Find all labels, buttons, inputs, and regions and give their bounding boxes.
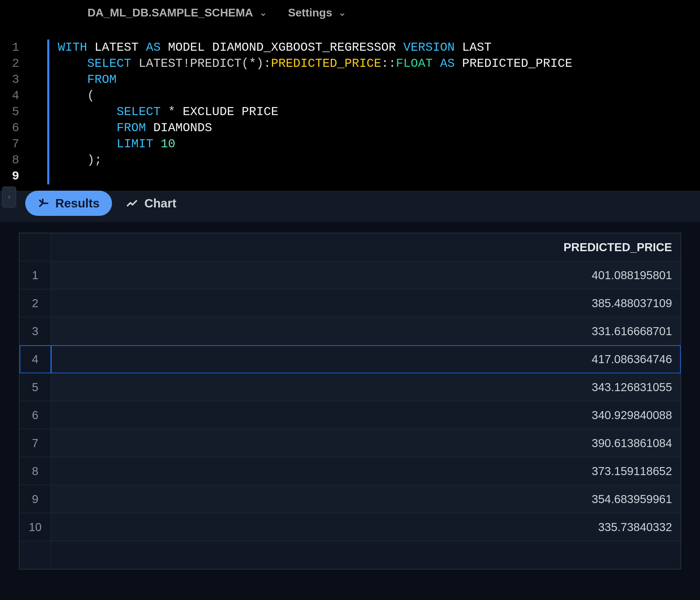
settings-dropdown[interactable]: Settings ⌄ [288, 6, 346, 19]
cell-predicted-price[interactable]: 417.086364746 [51, 345, 681, 373]
line-number: 8 [0, 152, 19, 168]
settings-label: Settings [288, 6, 332, 19]
cell-predicted-price[interactable]: 340.929840088 [51, 401, 681, 429]
chevron-down-icon: ⌄ [259, 7, 267, 18]
schema-context-label: DA_ML_DB.SAMPLE_SCHEMA [88, 6, 253, 19]
code-line[interactable]: SELECT * EXCLUDE PRICE [58, 104, 572, 120]
row-number[interactable]: 2 [20, 289, 51, 317]
table-row[interactable]: 6340.929840088 [20, 401, 681, 429]
table-row[interactable]: 10335.73840332 [20, 513, 681, 541]
code-lines[interactable]: WITH LATEST AS MODEL DIAMOND_XGBOOST_REG… [47, 40, 572, 184]
chart-icon [126, 197, 138, 209]
cell-predicted-price[interactable]: 373.159118652 [51, 457, 681, 485]
chevron-down-icon: ⌄ [338, 7, 346, 18]
line-number: 1 [0, 40, 19, 56]
tab-chart[interactable]: Chart [126, 196, 176, 210]
cell-predicted-price[interactable]: 401.088195801 [51, 261, 681, 289]
line-number: 6 [0, 120, 19, 136]
cell-blank [51, 541, 681, 569]
table-row[interactable]: 1401.088195801 [20, 261, 681, 289]
tab-results-label: Results [55, 196, 99, 210]
cell-predicted-price[interactable]: 385.488037109 [51, 289, 681, 317]
code-line[interactable]: ( [58, 88, 572, 104]
schema-context-dropdown[interactable]: DA_ML_DB.SAMPLE_SCHEMA ⌄ [88, 6, 267, 19]
table-row[interactable]: 9354.683959961 [20, 485, 681, 513]
table-row[interactable]: 3331.616668701 [20, 317, 681, 345]
cell-predicted-price[interactable]: 335.73840332 [51, 513, 681, 541]
tab-results[interactable]: Results [25, 191, 112, 216]
line-number: 2 [0, 56, 19, 72]
line-number: 3 [0, 72, 19, 88]
cell-predicted-price[interactable]: 354.683959961 [51, 485, 681, 513]
line-number: 9 [0, 168, 19, 184]
result-tabs: Results Chart [0, 191, 700, 222]
sql-editor[interactable]: 1 2 3 4 5 6 7 8 9 WITH LATEST AS MODEL D… [0, 26, 700, 191]
code-line[interactable] [58, 168, 572, 184]
expand-panel-handle[interactable]: › [2, 186, 16, 207]
row-number[interactable]: 5 [20, 373, 51, 401]
code-line[interactable]: LIMIT 10 [58, 136, 572, 152]
results-table[interactable]: PREDICTED_PRICE 1401.0881958012385.48803… [19, 233, 681, 569]
line-number: 4 [0, 88, 19, 104]
code-line[interactable]: FROM [58, 72, 572, 88]
code-line[interactable]: FROM DIAMONDS [58, 120, 572, 136]
row-number[interactable]: 6 [20, 401, 51, 429]
chevron-right-icon: › [8, 194, 10, 200]
row-number[interactable]: 10 [20, 513, 51, 541]
row-number[interactable]: 8 [20, 457, 51, 485]
table-row[interactable]: 2385.488037109 [20, 289, 681, 317]
line-number: 5 [0, 104, 19, 120]
code-line[interactable]: SELECT LATEST!PREDICT(*):PREDICTED_PRICE… [58, 56, 572, 72]
top-toolbar: DA_ML_DB.SAMPLE_SCHEMA ⌄ Settings ⌄ [0, 0, 700, 26]
row-number[interactable]: 3 [20, 317, 51, 345]
code-line[interactable]: WITH LATEST AS MODEL DIAMOND_XGBOOST_REG… [58, 40, 572, 56]
row-number[interactable]: 1 [20, 261, 51, 289]
tab-chart-label: Chart [144, 196, 176, 210]
cell-predicted-price[interactable]: 343.126831055 [51, 373, 681, 401]
row-number[interactable]: 4 [20, 345, 51, 373]
cell-predicted-price[interactable]: 331.616668701 [51, 317, 681, 345]
results-table-wrap: PREDICTED_PRICE 1401.0881958012385.48803… [19, 233, 681, 570]
line-number: 7 [0, 136, 19, 152]
cell-predicted-price[interactable]: 390.613861084 [51, 429, 681, 457]
table-row[interactable]: 5343.126831055 [20, 373, 681, 401]
row-number[interactable]: 9 [20, 485, 51, 513]
code-line[interactable]: ); [58, 152, 572, 168]
row-number[interactable]: 7 [20, 429, 51, 457]
table-row[interactable]: 4417.086364746 [20, 345, 681, 373]
line-number-gutter: 1 2 3 4 5 6 7 8 9 [0, 40, 47, 184]
results-icon [38, 197, 50, 209]
table-row[interactable]: 7390.613861084 [20, 429, 681, 457]
table-row-blank [20, 541, 681, 569]
column-header-predicted-price[interactable]: PREDICTED_PRICE [51, 233, 681, 261]
row-header-corner [20, 233, 51, 261]
table-header-row: PREDICTED_PRICE [20, 233, 681, 261]
row-number [20, 541, 51, 569]
table-row[interactable]: 8373.159118652 [20, 457, 681, 485]
